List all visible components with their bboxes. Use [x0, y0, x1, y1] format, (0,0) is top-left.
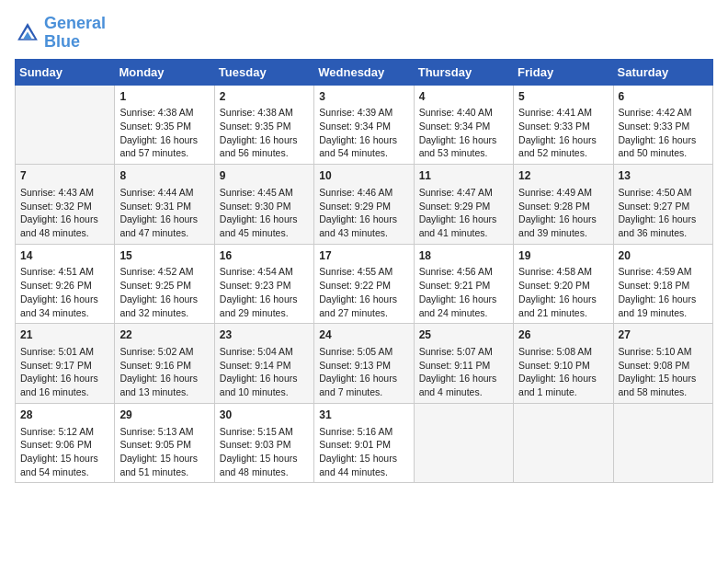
day-info: Sunrise: 4:44 AM	[119, 186, 209, 200]
calendar-cell: 5Sunrise: 4:41 AMSunset: 9:33 PMDaylight…	[514, 85, 613, 165]
day-info: Sunrise: 5:01 AM	[20, 345, 109, 359]
col-header-wednesday: Wednesday	[314, 59, 414, 85]
day-info: Sunset: 9:32 PM	[20, 200, 109, 213]
day-info: Daylight: 15 hours	[119, 452, 209, 465]
day-info: Sunrise: 5:08 AM	[518, 345, 608, 359]
calendar-cell: 6Sunrise: 4:42 AMSunset: 9:33 PMDaylight…	[613, 85, 712, 165]
day-info: Sunset: 9:08 PM	[619, 359, 708, 373]
day-number: 5	[518, 89, 608, 105]
calendar-header-row: SundayMondayTuesdayWednesdayThursdayFrid…	[16, 59, 713, 85]
day-info: and 52 minutes.	[518, 146, 608, 160]
calendar-cell: 3Sunrise: 4:39 AMSunset: 9:34 PMDaylight…	[314, 85, 414, 165]
day-number: 4	[419, 89, 508, 105]
day-info: Sunrise: 4:43 AM	[20, 186, 109, 200]
day-info: Sunset: 9:10 PM	[518, 359, 608, 373]
calendar-cell: 16Sunrise: 4:54 AMSunset: 9:23 PMDayligh…	[214, 244, 313, 324]
day-info: Sunset: 9:30 PM	[220, 200, 309, 213]
day-info: Sunset: 9:25 PM	[119, 279, 209, 293]
day-number: 12	[518, 168, 608, 184]
calendar-cell	[613, 403, 712, 483]
day-info: Sunrise: 4:45 AM	[220, 186, 309, 200]
day-info: Daylight: 16 hours	[619, 133, 708, 147]
calendar-cell: 14Sunrise: 4:51 AMSunset: 9:26 PMDayligh…	[16, 244, 115, 324]
day-info: Sunrise: 4:56 AM	[419, 265, 508, 279]
day-info: and 47 minutes.	[119, 226, 209, 240]
day-info: Sunset: 9:16 PM	[119, 359, 209, 373]
calendar-cell: 19Sunrise: 4:58 AMSunset: 9:20 PMDayligh…	[514, 244, 613, 324]
logo-text: General Blue	[44, 15, 106, 52]
day-number: 6	[619, 89, 708, 105]
day-info: Sunrise: 4:40 AM	[419, 106, 508, 120]
day-number: 28	[20, 408, 109, 423]
day-info: Daylight: 16 hours	[518, 372, 608, 385]
day-info: and 54 minutes.	[20, 465, 109, 479]
calendar-cell	[514, 403, 613, 483]
day-info: Sunrise: 4:52 AM	[119, 265, 209, 279]
day-number: 24	[319, 327, 408, 343]
day-info: Sunset: 9:06 PM	[20, 438, 109, 452]
day-info: and 4 minutes.	[419, 385, 508, 399]
day-info: Sunset: 9:11 PM	[419, 359, 508, 373]
calendar-cell: 18Sunrise: 4:56 AMSunset: 9:21 PMDayligh…	[414, 244, 513, 324]
day-info: Sunset: 9:20 PM	[518, 279, 608, 293]
day-number: 18	[419, 248, 508, 264]
day-info: and 21 minutes.	[518, 306, 608, 320]
day-info: Sunrise: 4:51 AM	[20, 265, 109, 279]
day-info: and 39 minutes.	[518, 226, 608, 240]
col-header-friday: Friday	[514, 59, 613, 85]
day-info: Daylight: 16 hours	[419, 293, 508, 306]
day-info: Sunset: 9:18 PM	[619, 279, 708, 293]
day-info: and 29 minutes.	[220, 306, 309, 320]
day-info: and 53 minutes.	[419, 146, 508, 160]
day-number: 26	[518, 327, 608, 343]
day-info: Sunrise: 5:15 AM	[220, 425, 309, 439]
calendar-week-row: 28Sunrise: 5:12 AMSunset: 9:06 PMDayligh…	[16, 403, 713, 483]
day-info: Daylight: 16 hours	[20, 372, 109, 385]
day-number: 14	[20, 248, 109, 264]
day-number: 3	[319, 89, 408, 105]
col-header-tuesday: Tuesday	[214, 59, 313, 85]
calendar-cell: 1Sunrise: 4:38 AMSunset: 9:35 PMDaylight…	[115, 85, 214, 165]
day-number: 17	[319, 248, 408, 264]
day-info: and 48 minutes.	[20, 226, 109, 240]
day-info: and 41 minutes.	[419, 226, 508, 240]
day-number: 10	[319, 168, 408, 184]
day-info: Daylight: 15 hours	[619, 372, 708, 385]
day-info: and 27 minutes.	[319, 306, 408, 320]
day-info: and 43 minutes.	[319, 226, 408, 240]
day-info: and 45 minutes.	[220, 226, 309, 240]
day-info: Sunset: 9:35 PM	[220, 120, 309, 133]
calendar-cell: 20Sunrise: 4:59 AMSunset: 9:18 PMDayligh…	[613, 244, 712, 324]
calendar-cell: 28Sunrise: 5:12 AMSunset: 9:06 PMDayligh…	[16, 403, 115, 483]
day-info: Daylight: 16 hours	[220, 372, 309, 385]
day-info: Sunrise: 5:04 AM	[220, 345, 309, 359]
day-info: Daylight: 16 hours	[419, 133, 508, 147]
day-info: Sunrise: 5:16 AM	[319, 425, 408, 439]
day-info: Daylight: 16 hours	[20, 293, 109, 306]
calendar-cell: 2Sunrise: 4:38 AMSunset: 9:35 PMDaylight…	[214, 85, 313, 165]
day-info: Sunrise: 4:58 AM	[518, 265, 608, 279]
day-number: 15	[119, 248, 209, 264]
calendar-cell: 9Sunrise: 4:45 AMSunset: 9:30 PMDaylight…	[214, 165, 313, 245]
day-info: Sunrise: 4:54 AM	[220, 265, 309, 279]
calendar-week-row: 14Sunrise: 4:51 AMSunset: 9:26 PMDayligh…	[16, 244, 713, 324]
day-info: Daylight: 16 hours	[319, 213, 408, 226]
day-info: Sunrise: 4:38 AM	[119, 106, 209, 120]
day-info: and 58 minutes.	[619, 385, 708, 399]
day-number: 30	[220, 408, 309, 423]
day-number: 13	[619, 168, 708, 184]
day-info: Daylight: 16 hours	[419, 213, 508, 226]
day-info: Daylight: 16 hours	[319, 133, 408, 147]
day-info: Sunset: 9:22 PM	[319, 279, 408, 293]
logo-icon	[15, 20, 40, 46]
day-info: Daylight: 16 hours	[619, 213, 708, 226]
day-info: Sunrise: 4:49 AM	[518, 186, 608, 200]
day-info: Daylight: 15 hours	[220, 452, 309, 465]
day-info: Sunset: 9:13 PM	[319, 359, 408, 373]
calendar-week-row: 7Sunrise: 4:43 AMSunset: 9:32 PMDaylight…	[16, 165, 713, 245]
day-info: Daylight: 16 hours	[419, 372, 508, 385]
day-number: 27	[619, 327, 708, 343]
day-info: Sunset: 9:34 PM	[419, 120, 508, 133]
day-info: Sunset: 9:01 PM	[319, 438, 408, 452]
calendar-cell: 27Sunrise: 5:10 AMSunset: 9:08 PMDayligh…	[613, 324, 712, 404]
